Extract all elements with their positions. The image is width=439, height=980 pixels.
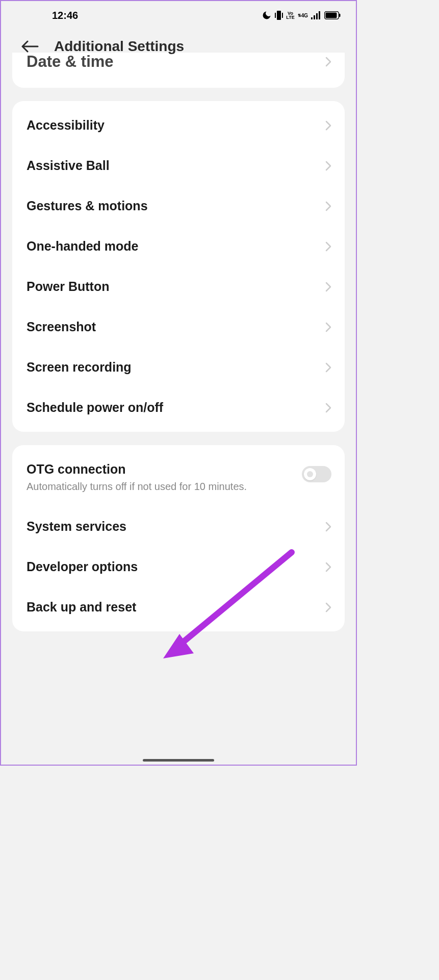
content-area: Date & time Accessibility Assistive Ball… [1,53,356,665]
row-label: One-handed mode [27,239,325,254]
svg-rect-9 [339,14,341,17]
vibrate-icon [275,10,283,20]
row-label: Schedule power on/off [27,400,325,415]
row-sublabel: Automatically turns off if not used for … [27,480,302,494]
row-label: Assistive Ball [27,158,325,173]
row-otg[interactable]: OTG connection Automatically turns off i… [12,449,345,506]
row-label: Accessibility [27,118,325,133]
row-label: Back up and reset [27,600,325,615]
status-right: VoLTE ⇅4G [262,10,341,20]
row-label: Date & time [27,53,325,71]
row-assistive-ball[interactable]: Assistive Ball [12,145,345,186]
row-developer-options[interactable]: Developer options [12,547,345,587]
chevron-right-icon [325,522,331,532]
row-label: Gestures & motions [27,199,325,213]
row-label: Power Button [27,279,325,294]
chevron-right-icon [325,161,331,171]
chevron-right-icon [325,362,331,373]
chevron-right-icon [325,602,331,612]
row-screen-recording[interactable]: Screen recording [12,347,345,387]
row-label: Screen recording [27,360,325,375]
settings-group-1: Accessibility Assistive Ball Gestures & … [12,101,345,432]
row-accessibility[interactable]: Accessibility [12,105,345,145]
row-label: System services [27,519,325,534]
volte-icon: VoLTE [286,11,294,19]
chevron-right-icon [325,282,331,292]
status-bar: 12:46 VoLTE ⇅4G [1,1,356,28]
svg-rect-5 [316,13,318,19]
row-one-handed[interactable]: One-handed mode [12,226,345,266]
otg-toggle[interactable] [302,466,331,482]
svg-rect-6 [319,11,320,19]
row-screenshot[interactable]: Screenshot [12,307,345,347]
svg-rect-8 [326,13,337,18]
row-power-button[interactable]: Power Button [12,266,345,307]
chevron-right-icon [325,241,331,252]
chevron-right-icon [325,322,331,332]
row-schedule-power[interactable]: Schedule power on/off [12,387,345,428]
chevron-right-icon [325,120,331,131]
row-backup-reset[interactable]: Back up and reset [12,587,345,627]
row-date-time[interactable]: Date & time [12,53,345,84]
moon-icon [262,10,272,20]
row-label: Developer options [27,559,325,574]
chevron-right-icon [325,57,331,67]
svg-rect-0 [277,11,281,20]
row-label: Screenshot [27,320,325,334]
svg-rect-4 [314,15,315,19]
chevron-right-icon [325,562,331,572]
chevron-right-icon [325,403,331,413]
chevron-right-icon [325,201,331,211]
signal-icon [311,11,321,19]
status-time: 12:46 [52,10,78,21]
home-indicator[interactable] [143,759,214,762]
row-label: OTG connection [27,462,302,477]
settings-group-top: Date & time [12,53,345,88]
settings-group-2: OTG connection Automatically turns off i… [12,445,345,631]
row-gestures[interactable]: Gestures & motions [12,186,345,226]
network-label: ⇅4G [298,13,308,18]
row-system-services[interactable]: System services [12,506,345,547]
battery-icon [324,11,341,19]
arrow-left-icon [21,40,39,53]
svg-rect-3 [311,17,313,19]
